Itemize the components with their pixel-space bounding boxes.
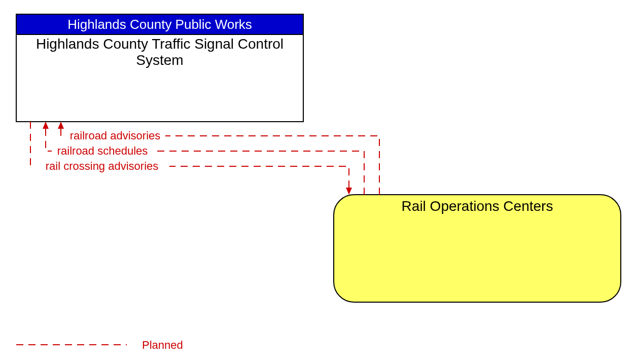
node-traffic-signal-control: Highlands County Public Works Highlands … — [16, 14, 303, 122]
svg-marker-5 — [43, 122, 49, 129]
node-rail-operations-centers: Rail Operations Centers — [334, 195, 621, 302]
node2-title: Rail Operations Centers — [402, 198, 553, 214]
flow-label-railroad-advisories: railroad advisories — [70, 129, 161, 142]
svg-marker-3 — [58, 122, 64, 129]
node1-title-line2: System — [136, 52, 183, 68]
flow-label-rail-crossing-advisories: rail crossing advisories — [46, 160, 159, 172]
node1-title-line1: Highlands County Traffic Signal Control — [36, 36, 284, 52]
flow-railroad-advisories: railroad advisories — [58, 122, 379, 195]
svg-marker-7 — [346, 188, 352, 195]
architecture-diagram: Highlands County Public Works Highlands … — [0, 0, 635, 364]
legend: Planned — [16, 339, 183, 351]
legend-planned-label: Planned — [142, 339, 183, 351]
node1-header-text: Highlands County Public Works — [67, 17, 252, 32]
flow-label-railroad-schedules: railroad schedules — [57, 144, 148, 157]
